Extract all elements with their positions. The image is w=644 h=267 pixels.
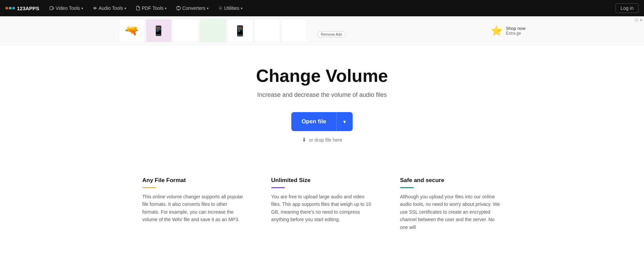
feature-title-1: Unlimited Size	[271, 177, 373, 184]
ad-banner: ⓘ ✕ 🔫 📱 📱 Remove Ads ⭐ Shop now Extra.ge	[0, 16, 644, 45]
ad-image-phones: 📱	[146, 19, 172, 42]
chevron-icon: ▾	[81, 6, 83, 10]
page-subtitle: Increase and decrease the volume of audi…	[257, 91, 387, 99]
nav-item-video-tools[interactable]: Video Tools ▾	[46, 3, 86, 13]
ad-right: ⭐ Shop now Extra.ge	[491, 25, 526, 36]
chevron-icon-utilities: ▾	[241, 6, 242, 10]
ad-close-icon[interactable]: ✕	[640, 18, 643, 22]
feature-text-1: You are free to upload large audio and v…	[271, 193, 373, 224]
ad-brand-label: Extra.ge	[506, 31, 526, 36]
drop-file-label: or drop file here	[309, 137, 342, 143]
feature-any-file-format: Any File Format This online volume chang…	[142, 177, 244, 231]
nav-label-video-tools: Video Tools	[56, 5, 80, 11]
nav-item-utilities[interactable]: Utilities ▾	[215, 3, 246, 13]
page-title: Change Volume	[256, 66, 388, 86]
open-file-button[interactable]: Open file	[291, 112, 336, 131]
remove-ads-button[interactable]: Remove Ads	[317, 31, 346, 37]
nav-label-utilities: Utilities	[224, 5, 239, 11]
ad-image-gun: 🔫	[119, 19, 144, 42]
logo[interactable]: 123APPS	[5, 5, 39, 11]
dot-blue	[12, 7, 15, 10]
navbar: 123APPS Video Tools ▾ Audio Tools ▾ PDF …	[0, 0, 644, 16]
nav-item-pdf-tools[interactable]: PDF Tools ▾	[132, 3, 170, 13]
chevron-icon-pdf: ▾	[165, 6, 167, 10]
dot-red	[5, 7, 8, 10]
svg-point-10	[220, 7, 221, 9]
feature-underline-1	[271, 187, 285, 188]
feature-safe-secure: Safe and secure Although you upload your…	[400, 177, 502, 231]
utilities-icon	[218, 6, 223, 11]
ad-right-info: Shop now Extra.ge	[506, 26, 526, 36]
svg-rect-0	[50, 6, 53, 10]
svg-marker-1	[53, 7, 54, 9]
dot-green	[9, 7, 12, 10]
nav-item-converters[interactable]: Converters ▾	[173, 3, 212, 13]
feature-text-2: Although you upload your files into our …	[400, 193, 502, 231]
nav-label-converters: Converters	[182, 5, 205, 11]
chevron-down-icon: ▾	[343, 119, 346, 125]
open-file-dropdown-button[interactable]: ▾	[336, 112, 353, 131]
drop-icon: ⬇	[302, 137, 306, 143]
chevron-icon-audio: ▾	[124, 6, 126, 10]
ad-image-empty3	[281, 19, 307, 42]
ad-image-empty2	[254, 19, 280, 42]
feature-title-0: Any File Format	[142, 177, 244, 184]
open-file-row: Open file ▾	[291, 112, 353, 131]
ad-inner: 🔫 📱 📱 Remove Ads ⭐ Shop now Extra.ge	[119, 19, 526, 42]
logo-text: 123APPS	[17, 5, 39, 11]
nav-label-audio-tools: Audio Tools	[99, 5, 123, 11]
converters-icon	[176, 6, 181, 11]
ad-shop-now-label: Shop now	[506, 26, 526, 31]
feature-underline-2	[400, 187, 414, 188]
ad-controls: ⓘ ✕	[635, 18, 643, 23]
ad-info-icon[interactable]: ⓘ	[635, 18, 638, 23]
nav-label-pdf-tools: PDF Tools	[142, 5, 163, 11]
feature-text-0: This online volume changer supports all …	[142, 193, 244, 224]
feature-underline-0	[142, 187, 156, 188]
drop-file-row: ⬇ or drop file here	[302, 137, 342, 143]
ad-image-iphone: 📱	[227, 19, 253, 42]
feature-title-2: Safe and secure	[400, 177, 502, 184]
ad-image-green	[200, 19, 226, 42]
features-section: Any File Format This online volume chang…	[119, 157, 526, 245]
login-button[interactable]: Log in	[616, 3, 639, 13]
nav-item-audio-tools[interactable]: Audio Tools ▾	[89, 3, 130, 13]
pdf-icon	[136, 6, 140, 11]
feature-unlimited-size: Unlimited Size You are free to upload la…	[271, 177, 373, 231]
ad-image-empty1	[173, 19, 199, 42]
ad-star-icon: ⭐	[491, 25, 503, 36]
logo-dots	[5, 7, 15, 10]
video-icon	[50, 6, 54, 11]
ad-images: 🔫 📱 📱	[119, 19, 307, 42]
chevron-icon-converters: ▾	[207, 6, 209, 10]
main-content: Change Volume Increase and decrease the …	[0, 45, 644, 157]
audio-icon	[93, 6, 97, 11]
